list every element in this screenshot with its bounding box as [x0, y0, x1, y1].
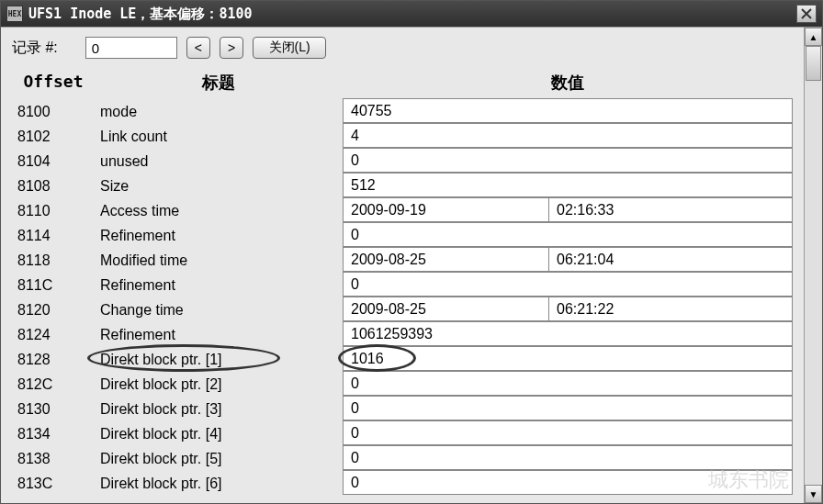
cell-offset: 8102: [12, 124, 95, 149]
table-row: 8120Change time2009-08-2506:21:22: [12, 297, 793, 322]
cell-title: Size: [95, 174, 343, 198]
cell-value-wrap: 1061259393: [343, 322, 793, 347]
cell-value2[interactable]: 06:21:22: [549, 297, 793, 321]
table-row: 8124Refinement1061259393: [12, 322, 793, 347]
cell-title: Refinement: [95, 223, 343, 248]
cell-title: Direkt block ptr. [5]: [95, 446, 343, 471]
table-row: 811CRefinement0: [12, 273, 793, 297]
table-row: 8114Refinement0: [12, 223, 793, 248]
close-icon: [801, 8, 812, 19]
cell-title: Access time: [95, 198, 343, 223]
record-input[interactable]: [85, 37, 177, 59]
cell-value-wrap: 512: [343, 174, 793, 198]
cell-value-wrap: 2009-08-2506:21:04: [343, 248, 793, 273]
cell-value[interactable]: 40755: [343, 98, 793, 123]
cell-offset: 8124: [12, 322, 95, 347]
cell-value-wrap: 0: [343, 149, 793, 174]
cell-value[interactable]: 4: [343, 123, 793, 148]
cell-value-wrap: 0: [343, 397, 793, 421]
app-icon: HEX: [6, 6, 23, 22]
cell-value-wrap: 1016: [343, 347, 793, 372]
window: HEX UFS1 Inode LE，基本偏移：8100 记录 #: < > 关闭…: [0, 0, 823, 504]
cell-title: Direkt block ptr. [2]: [95, 372, 343, 397]
cell-title: Modified time: [95, 248, 343, 273]
cell-offset: 8130: [12, 397, 95, 421]
cell-title: Change time: [95, 297, 343, 322]
cell-value-wrap: 0: [343, 421, 793, 446]
cell-offset: 8138: [12, 446, 95, 471]
window-title: UFS1 Inode LE，基本偏移：8100: [28, 6, 796, 23]
cell-value[interactable]: 2009-08-25: [343, 297, 549, 321]
cell-value[interactable]: 1061259393: [343, 321, 793, 346]
table-row: 8104unused0: [12, 149, 793, 174]
cell-value[interactable]: 512: [343, 173, 793, 197]
scroll-up-button[interactable]: ▲: [805, 28, 822, 46]
cell-offset: 8128: [12, 347, 95, 372]
scroll-thumb[interactable]: [806, 46, 821, 81]
cell-value[interactable]: 0: [343, 420, 793, 445]
table-row: 8134Direkt block ptr. [4]0: [12, 421, 793, 446]
table-row: 8100mode40755: [12, 99, 793, 124]
table-row: 8118Modified time2009-08-2506:21:04: [12, 248, 793, 273]
header-title: 标题: [95, 72, 343, 94]
cell-value[interactable]: 0: [343, 222, 793, 247]
cell-value-wrap: 2009-08-2506:21:22: [343, 297, 793, 322]
cell-value-wrap: 0: [343, 223, 793, 248]
cell-offset: 8108: [12, 174, 95, 198]
cell-title: Link count: [95, 124, 343, 149]
cell-offset: 813C: [12, 471, 95, 496]
cell-value[interactable]: 1016: [343, 346, 793, 371]
cell-value-wrap: 2009-09-1902:16:33: [343, 198, 793, 223]
table-row: 8110Access time2009-09-1902:16:33: [12, 198, 793, 223]
cell-offset: 8110: [12, 198, 95, 223]
cell-value-wrap: 0: [343, 372, 793, 397]
table-row: 813CDirekt block ptr. [6]0: [12, 471, 793, 496]
cell-title: Direkt block ptr. [6]: [95, 471, 343, 496]
table-row: 812CDirekt block ptr. [2]0: [12, 372, 793, 397]
table-row: 8130Direkt block ptr. [3]0: [12, 397, 793, 421]
record-toolbar: 记录 #: < > 关闭(L): [12, 37, 793, 59]
record-label: 记录 #:: [12, 39, 58, 58]
cell-value[interactable]: 0: [343, 148, 793, 173]
cell-offset: 8134: [12, 421, 95, 446]
cell-offset: 8118: [12, 248, 95, 273]
cell-value-wrap: 40755: [343, 99, 793, 124]
cell-value-wrap: 0: [343, 273, 793, 297]
cell-title: Direkt block ptr. [1]: [95, 347, 343, 372]
cell-offset: 811C: [12, 273, 95, 297]
cell-title: mode: [95, 99, 343, 124]
cell-title: Direkt block ptr. [4]: [95, 421, 343, 446]
table-row: 8102Link count4: [12, 124, 793, 149]
cell-offset: 8114: [12, 223, 95, 248]
header-value: 数值: [343, 72, 793, 94]
close-button[interactable]: 关闭(L): [253, 37, 326, 59]
header-offset: Offset: [12, 72, 95, 94]
cell-value[interactable]: 2009-08-25: [343, 247, 549, 272]
cell-value[interactable]: 0: [343, 445, 793, 470]
cell-offset: 8104: [12, 149, 95, 174]
prev-record-button[interactable]: <: [186, 37, 210, 59]
cell-value[interactable]: 2009-09-19: [343, 197, 549, 222]
cell-value[interactable]: 0: [343, 470, 793, 495]
cell-value[interactable]: 0: [343, 371, 793, 396]
cell-value-wrap: 0: [343, 471, 793, 496]
column-headers: Offset 标题 数值: [12, 72, 793, 94]
cell-value-wrap: 4: [343, 124, 793, 149]
content-area: 记录 #: < > 关闭(L) Offset 标题 数值 8100mode407…: [1, 28, 804, 503]
next-record-button[interactable]: >: [220, 37, 243, 59]
cell-value[interactable]: 0: [343, 272, 793, 297]
cell-value2[interactable]: 02:16:33: [549, 197, 793, 222]
vertical-scrollbar[interactable]: ▲ ▼: [804, 28, 822, 503]
cell-value-wrap: 0: [343, 446, 793, 471]
scroll-track[interactable]: [805, 46, 822, 485]
scroll-down-button[interactable]: ▼: [805, 485, 822, 503]
cell-value[interactable]: 0: [343, 396, 793, 420]
titlebar: HEX UFS1 Inode LE，基本偏移：8100: [1, 1, 822, 27]
cell-title: Refinement: [95, 322, 343, 347]
cell-offset: 8120: [12, 297, 95, 322]
window-body: 记录 #: < > 关闭(L) Offset 标题 数值 8100mode407…: [1, 27, 822, 503]
table-row: 8138Direkt block ptr. [5]0: [12, 446, 793, 471]
window-close-button[interactable]: [796, 5, 817, 23]
cell-title: Refinement: [95, 273, 343, 297]
cell-value2[interactable]: 06:21:04: [549, 247, 793, 272]
